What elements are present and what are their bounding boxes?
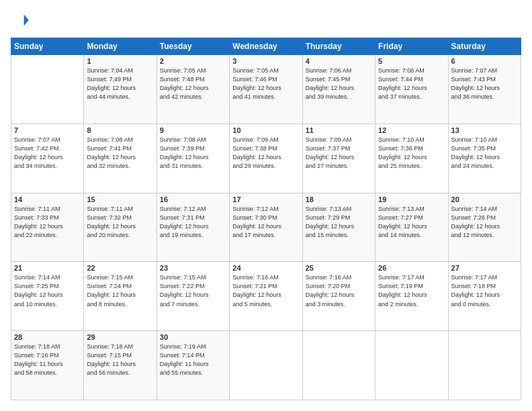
calendar-cell: 15Sunrise: 7:11 AMSunset: 7:32 PMDayligh…: [84, 193, 157, 262]
day-number: 4: [306, 57, 372, 65]
calendar-cell: [375, 331, 448, 400]
cell-info: Sunrise: 7:09 AMSunset: 7:38 PMDaylight:…: [232, 136, 299, 171]
cell-info: Sunrise: 7:19 AMSunset: 7:14 PMDaylight:…: [160, 342, 226, 377]
calendar-col-tuesday: Tuesday: [157, 38, 229, 55]
calendar-cell: 1Sunrise: 7:04 AMSunset: 7:49 PMDaylight…: [84, 55, 157, 124]
day-number: 21: [14, 264, 81, 272]
day-number: 13: [451, 126, 518, 134]
day-number: 20: [451, 195, 518, 203]
calendar-cell: 24Sunrise: 7:16 AMSunset: 7:21 PMDayligh…: [230, 262, 302, 331]
cell-info: Sunrise: 7:08 AMSunset: 7:41 PMDaylight:…: [87, 136, 153, 171]
cell-info: Sunrise: 7:06 AMSunset: 7:45 PMDaylight:…: [306, 66, 372, 101]
calendar-cell: 20Sunrise: 7:14 AMSunset: 7:26 PMDayligh…: [448, 193, 521, 262]
calendar-cell: 2Sunrise: 7:05 AMSunset: 7:48 PMDaylight…: [157, 55, 229, 124]
cell-info: Sunrise: 7:04 AMSunset: 7:49 PMDaylight:…: [87, 66, 153, 101]
calendar-cell: [302, 331, 375, 400]
page: SundayMondayTuesdayWednesdayThursdayFrid…: [0, 0, 532, 411]
day-number: 2: [160, 57, 226, 65]
cell-info: Sunrise: 7:05 AMSunset: 7:46 PMDaylight:…: [232, 66, 299, 101]
calendar-col-sunday: Sunday: [11, 38, 84, 55]
day-number: 1: [87, 57, 153, 65]
day-number: 11: [306, 126, 372, 134]
day-number: 5: [378, 57, 445, 65]
cell-info: Sunrise: 7:10 AMSunset: 7:36 PMDaylight:…: [378, 136, 445, 171]
cell-info: Sunrise: 7:14 AMSunset: 7:26 PMDaylight:…: [451, 205, 518, 240]
cell-info: Sunrise: 7:07 AMSunset: 7:42 PMDaylight:…: [14, 136, 81, 171]
calendar-cell: 3Sunrise: 7:05 AMSunset: 7:46 PMDaylight…: [230, 55, 302, 124]
calendar-cell: 18Sunrise: 7:13 AMSunset: 7:29 PMDayligh…: [302, 193, 375, 262]
calendar-cell: 9Sunrise: 7:08 AMSunset: 7:39 PMDaylight…: [157, 124, 229, 193]
logo-icon: [11, 11, 30, 30]
cell-info: Sunrise: 7:16 AMSunset: 7:21 PMDaylight:…: [232, 273, 299, 308]
calendar-cell: [448, 331, 521, 400]
cell-info: Sunrise: 7:08 AMSunset: 7:39 PMDaylight:…: [160, 136, 226, 171]
cell-info: Sunrise: 7:15 AMSunset: 7:24 PMDaylight:…: [87, 273, 153, 308]
cell-info: Sunrise: 7:18 AMSunset: 7:15 PMDaylight:…: [87, 342, 153, 377]
day-number: 16: [160, 195, 226, 203]
calendar-cell: 16Sunrise: 7:12 AMSunset: 7:31 PMDayligh…: [157, 193, 229, 262]
calendar-col-friday: Friday: [375, 38, 448, 55]
logo: [11, 11, 32, 30]
calendar-cell: 7Sunrise: 7:07 AMSunset: 7:42 PMDaylight…: [11, 124, 84, 193]
calendar-cell: 5Sunrise: 7:06 AMSunset: 7:44 PMDaylight…: [375, 55, 448, 124]
calendar-cell: 22Sunrise: 7:15 AMSunset: 7:24 PMDayligh…: [84, 262, 157, 331]
calendar-cell: 29Sunrise: 7:18 AMSunset: 7:15 PMDayligh…: [84, 331, 157, 400]
calendar-col-wednesday: Wednesday: [230, 38, 302, 55]
day-number: 15: [87, 195, 153, 203]
cell-info: Sunrise: 7:11 AMSunset: 7:32 PMDaylight:…: [87, 205, 153, 240]
calendar-header-row: SundayMondayTuesdayWednesdayThursdayFrid…: [11, 38, 521, 55]
calendar-cell: 4Sunrise: 7:06 AMSunset: 7:45 PMDaylight…: [302, 55, 375, 124]
calendar-cell: 14Sunrise: 7:11 AMSunset: 7:33 PMDayligh…: [11, 193, 84, 262]
day-number: 28: [14, 333, 81, 341]
calendar-cell: 23Sunrise: 7:15 AMSunset: 7:22 PMDayligh…: [157, 262, 229, 331]
day-number: 19: [378, 195, 445, 203]
calendar-cell: 11Sunrise: 7:09 AMSunset: 7:37 PMDayligh…: [302, 124, 375, 193]
day-number: 25: [306, 264, 372, 272]
day-number: 8: [87, 126, 153, 134]
day-number: 18: [306, 195, 372, 203]
day-number: 24: [232, 264, 299, 272]
cell-info: Sunrise: 7:10 AMSunset: 7:35 PMDaylight:…: [451, 136, 518, 171]
calendar-cell: 10Sunrise: 7:09 AMSunset: 7:38 PMDayligh…: [230, 124, 302, 193]
cell-info: Sunrise: 7:13 AMSunset: 7:27 PMDaylight:…: [378, 205, 445, 240]
day-number: 27: [451, 264, 518, 272]
day-number: 26: [378, 264, 445, 272]
cell-info: Sunrise: 7:09 AMSunset: 7:37 PMDaylight:…: [306, 136, 372, 171]
cell-info: Sunrise: 7:12 AMSunset: 7:31 PMDaylight:…: [160, 205, 226, 240]
day-number: 10: [232, 126, 299, 134]
calendar-week-2: 14Sunrise: 7:11 AMSunset: 7:33 PMDayligh…: [11, 193, 521, 262]
day-number: 7: [14, 126, 81, 134]
calendar-col-thursday: Thursday: [302, 38, 375, 55]
cell-info: Sunrise: 7:07 AMSunset: 7:43 PMDaylight:…: [451, 66, 518, 101]
calendar-cell: 13Sunrise: 7:10 AMSunset: 7:35 PMDayligh…: [448, 124, 521, 193]
calendar-cell: 26Sunrise: 7:17 AMSunset: 7:19 PMDayligh…: [375, 262, 448, 331]
cell-info: Sunrise: 7:15 AMSunset: 7:22 PMDaylight:…: [160, 273, 226, 308]
cell-info: Sunrise: 7:06 AMSunset: 7:44 PMDaylight:…: [378, 66, 445, 101]
day-number: 29: [87, 333, 153, 341]
cell-info: Sunrise: 7:16 AMSunset: 7:20 PMDaylight:…: [306, 273, 372, 308]
day-number: 17: [232, 195, 299, 203]
calendar-cell: 19Sunrise: 7:13 AMSunset: 7:27 PMDayligh…: [375, 193, 448, 262]
calendar-cell: 8Sunrise: 7:08 AMSunset: 7:41 PMDaylight…: [84, 124, 157, 193]
cell-info: Sunrise: 7:14 AMSunset: 7:25 PMDaylight:…: [14, 273, 81, 308]
day-number: 12: [378, 126, 445, 134]
day-number: 3: [232, 57, 299, 65]
cell-info: Sunrise: 7:13 AMSunset: 7:29 PMDaylight:…: [306, 205, 372, 240]
cell-info: Sunrise: 7:12 AMSunset: 7:30 PMDaylight:…: [232, 205, 299, 240]
calendar-week-0: 1Sunrise: 7:04 AMSunset: 7:49 PMDaylight…: [11, 55, 521, 124]
calendar-cell: 6Sunrise: 7:07 AMSunset: 7:43 PMDaylight…: [448, 55, 521, 124]
calendar-week-1: 7Sunrise: 7:07 AMSunset: 7:42 PMDaylight…: [11, 124, 521, 193]
calendar-week-3: 21Sunrise: 7:14 AMSunset: 7:25 PMDayligh…: [11, 262, 521, 331]
calendar-cell: 17Sunrise: 7:12 AMSunset: 7:30 PMDayligh…: [230, 193, 302, 262]
day-number: 14: [14, 195, 81, 203]
day-number: 6: [451, 57, 518, 65]
calendar-cell: 12Sunrise: 7:10 AMSunset: 7:36 PMDayligh…: [375, 124, 448, 193]
cell-info: Sunrise: 7:11 AMSunset: 7:33 PMDaylight:…: [14, 205, 81, 240]
calendar-cell: [230, 331, 302, 400]
calendar-cell: 25Sunrise: 7:16 AMSunset: 7:20 PMDayligh…: [302, 262, 375, 331]
calendar-col-saturday: Saturday: [448, 38, 521, 55]
calendar-cell: 28Sunrise: 7:18 AMSunset: 7:16 PMDayligh…: [11, 331, 84, 400]
cell-info: Sunrise: 7:17 AMSunset: 7:18 PMDaylight:…: [451, 273, 518, 308]
day-number: 23: [160, 264, 226, 272]
header: [11, 11, 521, 30]
